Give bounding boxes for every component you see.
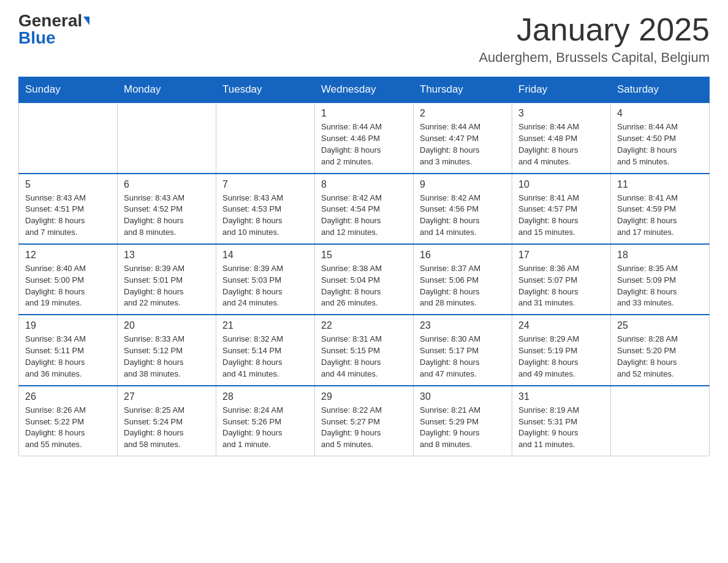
day-number: 17: [518, 250, 604, 261]
calendar-cell: 25Sunrise: 8:28 AM Sunset: 5:20 PM Dayli…: [611, 315, 710, 385]
week-row-2: 5Sunrise: 8:43 AM Sunset: 4:51 PM Daylig…: [19, 174, 710, 244]
calendar-cell: 15Sunrise: 8:38 AM Sunset: 5:04 PM Dayli…: [315, 244, 414, 315]
day-number: 18: [617, 250, 703, 261]
day-info: Sunrise: 8:37 AM Sunset: 5:06 PM Dayligh…: [420, 263, 506, 309]
calendar-cell: 27Sunrise: 8:25 AM Sunset: 5:24 PM Dayli…: [118, 386, 216, 456]
title-area: January 2025 Auderghem, Brussels Capital…: [479, 12, 710, 66]
day-info: Sunrise: 8:24 AM Sunset: 5:26 PM Dayligh…: [222, 405, 308, 451]
day-info: Sunrise: 8:42 AM Sunset: 4:54 PM Dayligh…: [321, 193, 407, 239]
weekday-header-sunday: Sunday: [19, 77, 118, 103]
logo: General Blue: [18, 12, 89, 47]
day-number: 13: [124, 250, 210, 261]
calendar-cell: 19Sunrise: 8:34 AM Sunset: 5:11 PM Dayli…: [19, 315, 118, 385]
calendar-subtitle: Auderghem, Brussels Capital, Belgium: [479, 50, 710, 66]
day-number: 20: [124, 320, 210, 331]
calendar-cell: 1Sunrise: 8:44 AM Sunset: 4:46 PM Daylig…: [315, 102, 414, 173]
calendar-cell: [611, 386, 710, 456]
calendar-cell: 18Sunrise: 8:35 AM Sunset: 5:09 PM Dayli…: [611, 244, 710, 315]
day-number: 9: [420, 179, 506, 190]
day-info: Sunrise: 8:40 AM Sunset: 5:00 PM Dayligh…: [25, 263, 111, 309]
day-number: 3: [518, 108, 604, 119]
logo-general-text: General: [18, 12, 82, 29]
day-info: Sunrise: 8:41 AM Sunset: 4:59 PM Dayligh…: [617, 193, 703, 239]
day-number: 27: [124, 391, 210, 402]
day-number: 7: [222, 179, 308, 190]
day-info: Sunrise: 8:22 AM Sunset: 5:27 PM Dayligh…: [321, 405, 407, 451]
calendar-cell: 9Sunrise: 8:42 AM Sunset: 4:56 PM Daylig…: [414, 174, 512, 244]
day-number: 8: [321, 179, 407, 190]
calendar-cell: 29Sunrise: 8:22 AM Sunset: 5:27 PM Dayli…: [315, 386, 414, 456]
calendar-title: January 2025: [479, 12, 710, 47]
weekday-header-wednesday: Wednesday: [315, 77, 414, 103]
calendar-cell: 28Sunrise: 8:24 AM Sunset: 5:26 PM Dayli…: [216, 386, 315, 456]
day-number: 14: [222, 250, 308, 261]
calendar-cell: 6Sunrise: 8:43 AM Sunset: 4:52 PM Daylig…: [118, 174, 216, 244]
calendar-cell: 30Sunrise: 8:21 AM Sunset: 5:29 PM Dayli…: [414, 386, 512, 456]
page-header: General Blue January 2025 Auderghem, Bru…: [18, 12, 710, 66]
day-number: 12: [25, 250, 111, 261]
calendar-cell: 22Sunrise: 8:31 AM Sunset: 5:15 PM Dayli…: [315, 315, 414, 385]
day-info: Sunrise: 8:43 AM Sunset: 4:53 PM Dayligh…: [222, 193, 308, 239]
day-info: Sunrise: 8:31 AM Sunset: 5:15 PM Dayligh…: [321, 334, 407, 380]
calendar-cell: 13Sunrise: 8:39 AM Sunset: 5:01 PM Dayli…: [118, 244, 216, 315]
day-number: 28: [222, 391, 308, 402]
calendar-cell: 3Sunrise: 8:44 AM Sunset: 4:48 PM Daylig…: [512, 102, 611, 173]
weekday-header-saturday: Saturday: [611, 77, 710, 103]
logo-triangle-icon: [83, 17, 89, 25]
calendar-cell: [118, 102, 216, 173]
day-number: 6: [124, 179, 210, 190]
day-info: Sunrise: 8:44 AM Sunset: 4:48 PM Dayligh…: [518, 121, 604, 167]
week-row-3: 12Sunrise: 8:40 AM Sunset: 5:00 PM Dayli…: [19, 244, 710, 315]
calendar-cell: 24Sunrise: 8:29 AM Sunset: 5:19 PM Dayli…: [512, 315, 611, 385]
day-number: 1: [321, 108, 407, 119]
calendar-table: SundayMondayTuesdayWednesdayThursdayFrid…: [18, 77, 710, 456]
calendar-cell: 5Sunrise: 8:43 AM Sunset: 4:51 PM Daylig…: [19, 174, 118, 244]
calendar-cell: 16Sunrise: 8:37 AM Sunset: 5:06 PM Dayli…: [414, 244, 512, 315]
calendar-cell: [216, 102, 315, 173]
calendar-cell: 11Sunrise: 8:41 AM Sunset: 4:59 PM Dayli…: [611, 174, 710, 244]
day-number: 24: [518, 320, 604, 331]
day-number: 25: [617, 320, 703, 331]
calendar-cell: 21Sunrise: 8:32 AM Sunset: 5:14 PM Dayli…: [216, 315, 315, 385]
calendar-cell: 26Sunrise: 8:26 AM Sunset: 5:22 PM Dayli…: [19, 386, 118, 456]
day-info: Sunrise: 8:44 AM Sunset: 4:46 PM Dayligh…: [321, 121, 407, 167]
day-info: Sunrise: 8:26 AM Sunset: 5:22 PM Dayligh…: [25, 405, 111, 451]
day-info: Sunrise: 8:35 AM Sunset: 5:09 PM Dayligh…: [617, 263, 703, 309]
day-info: Sunrise: 8:36 AM Sunset: 5:07 PM Dayligh…: [518, 263, 604, 309]
day-info: Sunrise: 8:19 AM Sunset: 5:31 PM Dayligh…: [518, 405, 604, 451]
day-info: Sunrise: 8:39 AM Sunset: 5:01 PM Dayligh…: [124, 263, 210, 309]
day-number: 19: [25, 320, 111, 331]
day-info: Sunrise: 8:38 AM Sunset: 5:04 PM Dayligh…: [321, 263, 407, 309]
day-number: 23: [420, 320, 506, 331]
day-info: Sunrise: 8:21 AM Sunset: 5:29 PM Dayligh…: [420, 405, 506, 451]
calendar-cell: 31Sunrise: 8:19 AM Sunset: 5:31 PM Dayli…: [512, 386, 611, 456]
day-info: Sunrise: 8:28 AM Sunset: 5:20 PM Dayligh…: [617, 334, 703, 380]
day-number: 15: [321, 250, 407, 261]
calendar-cell: 8Sunrise: 8:42 AM Sunset: 4:54 PM Daylig…: [315, 174, 414, 244]
day-info: Sunrise: 8:43 AM Sunset: 4:51 PM Dayligh…: [25, 193, 111, 239]
day-info: Sunrise: 8:39 AM Sunset: 5:03 PM Dayligh…: [222, 263, 308, 309]
weekday-header-row: SundayMondayTuesdayWednesdayThursdayFrid…: [19, 77, 710, 103]
day-number: 31: [518, 391, 604, 402]
day-number: 22: [321, 320, 407, 331]
calendar-cell: 20Sunrise: 8:33 AM Sunset: 5:12 PM Dayli…: [118, 315, 216, 385]
day-number: 21: [222, 320, 308, 331]
weekday-header-thursday: Thursday: [414, 77, 512, 103]
day-number: 26: [25, 391, 111, 402]
calendar-cell: 23Sunrise: 8:30 AM Sunset: 5:17 PM Dayli…: [414, 315, 512, 385]
weekday-header-monday: Monday: [118, 77, 216, 103]
day-info: Sunrise: 8:29 AM Sunset: 5:19 PM Dayligh…: [518, 334, 604, 380]
day-info: Sunrise: 8:44 AM Sunset: 4:50 PM Dayligh…: [617, 121, 703, 167]
weekday-header-tuesday: Tuesday: [216, 77, 315, 103]
week-row-4: 19Sunrise: 8:34 AM Sunset: 5:11 PM Dayli…: [19, 315, 710, 385]
calendar-cell: 10Sunrise: 8:41 AM Sunset: 4:57 PM Dayli…: [512, 174, 611, 244]
calendar-cell: [19, 102, 118, 173]
calendar-cell: 7Sunrise: 8:43 AM Sunset: 4:53 PM Daylig…: [216, 174, 315, 244]
day-number: 10: [518, 179, 604, 190]
day-info: Sunrise: 8:42 AM Sunset: 4:56 PM Dayligh…: [420, 193, 506, 239]
day-info: Sunrise: 8:32 AM Sunset: 5:14 PM Dayligh…: [222, 334, 308, 380]
calendar-cell: 14Sunrise: 8:39 AM Sunset: 5:03 PM Dayli…: [216, 244, 315, 315]
weekday-header-friday: Friday: [512, 77, 611, 103]
calendar-cell: 2Sunrise: 8:44 AM Sunset: 4:47 PM Daylig…: [414, 102, 512, 173]
day-info: Sunrise: 8:25 AM Sunset: 5:24 PM Dayligh…: [124, 405, 210, 451]
